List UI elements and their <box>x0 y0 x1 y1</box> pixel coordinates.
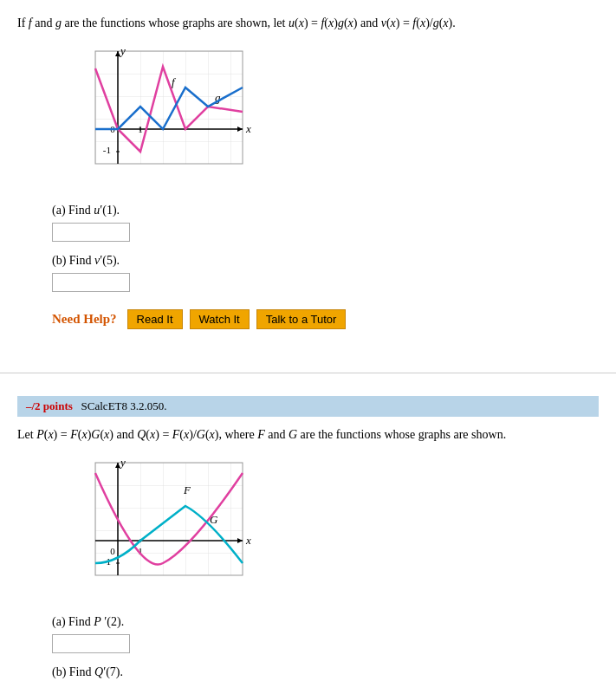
section-divider <box>0 373 616 373</box>
problem-2-part-a: (a) Find P ′(2). <box>52 615 599 653</box>
graph-1: x y 0 1 -1 f g <box>69 42 251 190</box>
svg-text:x: x <box>245 534 251 547</box>
part-b-input[interactable] <box>52 273 130 292</box>
problem-id: SCalcET8 3.2.050. <box>81 399 167 412</box>
talk-to-tutor-button[interactable]: Talk to a Tutor <box>256 309 347 329</box>
problem-2-description: Let P(x) = F(x)G(x) and Q(x) = F(x)/G(x)… <box>17 425 599 444</box>
problem-2-section: –/2 points SCalcET8 3.2.050. Let P(x) = … <box>0 382 616 681</box>
problem-2-part-b: (b) Find Q′(7). <box>52 665 599 681</box>
part-a2-input[interactable] <box>52 634 130 653</box>
problem-1-section: If f and g are the functions whose graph… <box>0 0 616 364</box>
svg-text:-1: -1 <box>103 145 111 155</box>
svg-text:y: y <box>119 44 126 57</box>
need-help-label: Need Help? <box>52 312 117 327</box>
points-label: –/2 points <box>26 399 73 412</box>
problem-1-part-a: (a) Find u′(1). <box>52 204 599 242</box>
problem-1-description: If f and g are the functions whose graph… <box>17 14 599 32</box>
svg-text:0: 0 <box>110 546 115 556</box>
problem-1-part-b: (b) Find v′(5). <box>52 254 599 292</box>
graph-1-svg: x y 0 1 -1 f g <box>69 42 251 190</box>
part-b-label: (b) Find v′(5). <box>52 254 599 268</box>
svg-text:x: x <box>245 122 251 135</box>
part-a-input[interactable] <box>52 223 130 242</box>
svg-text:F: F <box>183 483 191 496</box>
problem-2-header: –/2 points SCalcET8 3.2.050. <box>17 396 599 417</box>
graph-2: x y 0 1 -1 F G <box>69 454 251 601</box>
read-it-button[interactable]: Read It <box>127 309 183 329</box>
watch-it-button[interactable]: Watch It <box>190 309 250 329</box>
part-b2-label: (b) Find Q′(7). <box>52 665 599 679</box>
part-a2-label: (a) Find P ′(2). <box>52 615 599 629</box>
graph-2-svg: x y 0 1 -1 F G <box>69 454 251 601</box>
svg-text:y: y <box>119 456 126 469</box>
part-a-label: (a) Find u′(1). <box>52 204 599 217</box>
need-help-section: Need Help? Read It Watch It Talk to a Tu… <box>52 309 599 329</box>
